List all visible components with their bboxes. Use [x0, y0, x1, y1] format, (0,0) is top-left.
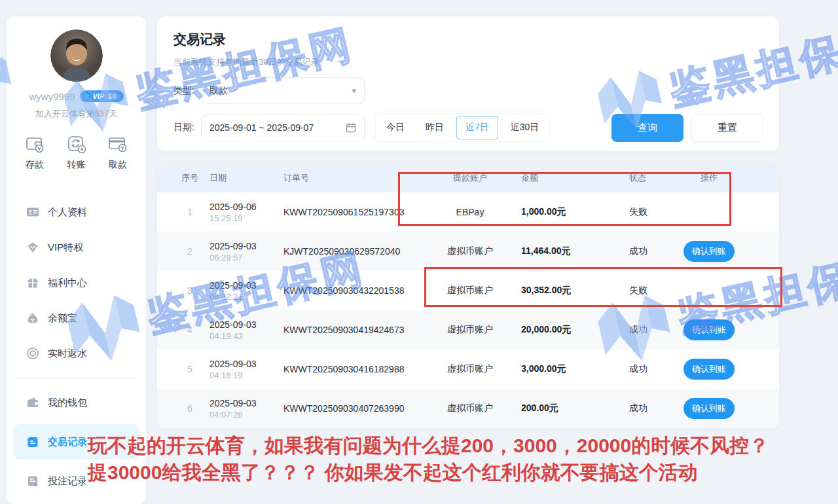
annotation-line2: 提30000给我全黑了？？？ 你如果发不起这个红利你就不要搞这个活动 [88, 459, 769, 486]
date-value: 2025-09-03 [210, 359, 283, 369]
withdraw-button[interactable]: 取款 [107, 133, 129, 171]
sidebar: wywy9999 VIP 10 加入开云体育第537天 存款 转账 [7, 16, 146, 504]
annotation-text: 玩不起的开云体育，如果我有问题为什么提200，3000，20000的时候不风控？… [88, 432, 769, 486]
cell-order-number: KWWT202509061525197303 [283, 207, 424, 217]
date-label: 日期: [173, 122, 201, 134]
query-button[interactable]: 查询 [611, 114, 683, 142]
cell-date: 2025-09-03 04:19:43 [210, 319, 283, 341]
type-label: 类型: [173, 85, 201, 97]
cell-date: 2025-09-03 04:32:21 [210, 280, 283, 302]
quick-date-today[interactable]: 今日 [376, 115, 415, 140]
cell-date: 2025-09-03 04:16:19 [210, 359, 283, 380]
vip-gem-icon [82, 92, 92, 101]
sidebar-item-rebate[interactable]: 实时返水 [7, 336, 146, 371]
cell-order-number: KWWT202509030419424673 [283, 325, 424, 335]
cell-amount: 20,000.00元 [516, 324, 624, 336]
cell-index: 2 [170, 246, 210, 257]
date-value: 2025-09-03 [210, 280, 283, 291]
cell-order-number: KWWT202509030407263990 [283, 403, 424, 414]
quick-date-yesterday[interactable]: 昨日 [415, 115, 454, 140]
cell-status: 失败 [624, 285, 676, 297]
confirm-received-button[interactable]: 确认到账 [683, 398, 735, 419]
menu-divider [17, 378, 136, 378]
id-card-icon [26, 206, 39, 219]
cell-amount: 11,464.00元 [516, 245, 624, 257]
cell-date: 2025-09-03 04:07:26 [210, 398, 283, 420]
cell-amount: 3,000.00元 [516, 363, 624, 375]
money-bag-icon [26, 312, 39, 325]
cell-withdraw-account: EBPay [424, 207, 516, 217]
cell-status: 成功 [624, 324, 676, 336]
transfer-button[interactable]: 转账 [65, 133, 88, 171]
transaction-records-page: { "watermark": { "text": "鉴黑担保网" }, "sid… [0, 0, 838, 504]
transactions-table: 序号 日期 订单号 提款账户 金额 状态 操作 1 2025-09-06 15:… [157, 164, 779, 428]
sidebar-item-yuebao[interactable]: 余额宝 [7, 300, 146, 336]
transfer-label: 转账 [67, 159, 86, 171]
cell-amount: 200.00元 [516, 403, 624, 414]
cell-index: 3 [170, 285, 210, 296]
type-value: 取款 [210, 85, 228, 97]
date-value: 2025-09-06 [210, 202, 283, 212]
date-range-value: 2025-09-01 ~ 2025-09-07 [210, 122, 314, 133]
chevron-down-icon: ▾ [352, 86, 356, 96]
menu-label: 投注记录 [48, 475, 87, 488]
cell-order-number: KWWT202509030416182988 [283, 364, 424, 374]
deposit-button[interactable]: 存款 [24, 133, 46, 171]
cell-order-number: KJWT202509030629572040 [283, 246, 424, 257]
sidebar-item-profile[interactable]: 个人资料 [7, 194, 146, 230]
date-value: 2025-09-03 [210, 241, 283, 251]
cell-status: 失败 [624, 206, 676, 218]
deposit-wallet-icon [24, 133, 46, 155]
confirm-received-button[interactable]: 确认到账 [683, 359, 735, 380]
deposit-label: 存款 [26, 159, 44, 171]
date-range-input[interactable]: 2025-09-01 ~ 2025-09-07 [201, 115, 365, 141]
col-index: 序号 [170, 172, 210, 184]
bet-records-icon [26, 475, 39, 488]
quick-date-group: 今日 昨日 近7日 近30日 [375, 113, 550, 142]
reset-button[interactable]: 重置 [691, 114, 763, 142]
vip-badge: VIP 10 [80, 90, 124, 102]
col-order-number: 订单号 [283, 172, 424, 184]
date-value: 2025-09-03 [210, 398, 283, 408]
date-value: 2025-09-03 [210, 319, 283, 330]
cell-status: 成功 [624, 363, 676, 375]
withdraw-label: 取款 [109, 159, 127, 171]
type-select[interactable]: 取款 ▾ [201, 77, 365, 104]
table-row: 3 2025-09-03 04:32:21 KWWT20250903043220… [157, 271, 779, 310]
cell-withdraw-account: 虚拟币账户 [424, 285, 516, 297]
joined-days-text: 加入开云体育第537天 [7, 108, 146, 120]
table-row: 2 2025-09-03 06:29:57 KJWT20250903062957… [157, 232, 779, 271]
sidebar-item-welfare[interactable]: 福利中心 [7, 265, 146, 300]
confirm-received-button[interactable]: 确认到账 [683, 241, 735, 262]
rebate-icon [26, 347, 39, 360]
time-value: 04:19:43 [210, 331, 283, 341]
menu-label: 福利中心 [48, 277, 87, 289]
username: wywy9999 [29, 91, 75, 102]
confirm-received-button[interactable]: 确认到账 [683, 319, 735, 340]
sidebar-item-wallet[interactable]: 我的钱包 [7, 385, 146, 420]
sidebar-item-vip[interactable]: VIP特权 [7, 230, 146, 265]
col-withdraw-account: 提款账户 [424, 172, 516, 184]
cell-action: 确认到账 [676, 319, 742, 340]
cell-action: 确认到账 [676, 398, 742, 419]
quick-actions: 存款 转账 取款 [7, 133, 146, 171]
table-header: 序号 日期 订单号 提款账户 金额 状态 操作 [157, 164, 779, 192]
avatar-photo [50, 29, 103, 82]
col-status: 状态 [624, 172, 676, 184]
quick-date-last30[interactable]: 近30日 [500, 115, 550, 140]
quick-date-last7[interactable]: 近7日 [456, 116, 498, 139]
cell-withdraw-account: 虚拟币账户 [424, 324, 516, 336]
time-value: 04:32:21 [210, 292, 283, 302]
time-value: 04:16:19 [210, 370, 283, 380]
cell-status: 成功 [624, 245, 676, 257]
cell-withdraw-account: 虚拟币账户 [424, 245, 516, 257]
calendar-icon [346, 122, 356, 133]
cell-index: 1 [170, 207, 210, 217]
withdraw-card-icon [107, 133, 129, 155]
col-action: 操作 [676, 172, 742, 184]
cell-action: 确认到账 [676, 359, 742, 380]
vip-diamond-icon [26, 241, 39, 254]
menu-label: VIP特权 [48, 242, 83, 254]
table-row: 4 2025-09-03 04:19:43 KWWT20250903041942… [157, 310, 779, 350]
cell-order-number: KWWT202509030432201538 [283, 285, 424, 296]
